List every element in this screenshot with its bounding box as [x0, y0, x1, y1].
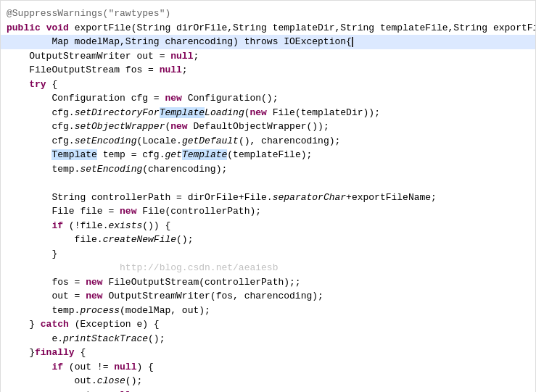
token-plain: (), charencoding); — [239, 135, 340, 146]
code-line: temp.process(modelMap, out); — [1, 304, 535, 318]
code-line: public void exportFile(String dirOrFile,… — [1, 21, 535, 36]
token-plain: Configuration(); — [182, 93, 279, 104]
line-content: Template temp = cfg.getTemplate(template… — [7, 148, 529, 162]
token-plain: temp. — [7, 164, 80, 175]
token-plain: (Locale. — [136, 135, 181, 146]
token-plain: file. — [7, 234, 103, 245]
token-italic: getDefault — [182, 135, 239, 146]
token-kw: public — [7, 22, 41, 33]
token-plain: out. — [7, 375, 97, 386]
line-content: @SuppressWarnings("rawtypes") — [7, 7, 529, 21]
token-kw: if — [51, 220, 63, 231]
code-line: File file = new File(controllerPath); — [1, 204, 535, 219]
token-plain: e. — [7, 333, 63, 344]
code-line: String controllerPath = dirOrFile+File.s… — [1, 191, 535, 205]
code-line: } — [1, 247, 535, 262]
token-method: process — [80, 305, 120, 316]
line-content: out.close(); — [7, 374, 529, 388]
line-content: } — [7, 247, 529, 262]
line-content: Map modelMap,String charencoding) throws… — [7, 35, 529, 49]
line-content: Configuration cfg = new Configuration(); — [7, 91, 529, 106]
code-content: @SuppressWarnings("rawtypes")public void… — [1, 7, 535, 392]
line-content: }finally { — [7, 346, 529, 360]
line-content: if (!file.exists()) { — [7, 219, 529, 233]
token-plain: { — [75, 347, 86, 358]
token-plain: (modelMap, out); — [120, 305, 210, 316]
token-method: setEncoding — [80, 164, 142, 175]
token-plain: (); — [176, 234, 193, 245]
token-plain: (); — [148, 333, 165, 344]
token-plain: Configuration cfg = — [7, 93, 165, 104]
token-plain: (Exception e) { — [69, 319, 160, 330]
token-kw: null — [114, 362, 136, 372]
code-line: cfg.setDirectoryForTemplateLoading(new F… — [1, 106, 535, 120]
token-plain: temp. — [7, 305, 80, 316]
code-line: cfg.setObjectWrapper(new DefaultObjectWr… — [1, 120, 535, 134]
token-kw: finally — [35, 347, 75, 358]
line-content: } catch (Exception e) { — [7, 317, 529, 332]
token-plain: (charencoding); — [142, 164, 227, 175]
line-content: out = new OutputStreamWriter(fos, charen… — [7, 289, 529, 304]
token-kw: null — [108, 390, 131, 393]
token-plain: exportFile(String dirOrFile,String templ… — [75, 22, 536, 33]
code-line: fos = new FileOutputStream(controllerPat… — [1, 275, 535, 290]
token-plain — [69, 22, 75, 33]
token-plain: } — [7, 249, 57, 259]
token-plain: fos = — [7, 277, 86, 288]
token-plain: (!file. — [63, 220, 108, 231]
code-line — [1, 176, 535, 191]
token-plain: } — [7, 347, 35, 358]
line-content: FileOutputStream fos = null; — [7, 63, 529, 78]
token-kw: new — [170, 121, 187, 132]
line-content: temp.setEncoding(charencoding); — [7, 162, 529, 177]
line-content: File file = new File(controllerPath); — [7, 204, 529, 219]
token-method: close — [97, 375, 125, 386]
token-method: getTemplate — [165, 149, 227, 160]
token-method: createNewFile — [103, 234, 176, 245]
code-line: OutputStreamWriter out = null; — [1, 49, 535, 64]
token-kw: catch — [41, 319, 69, 330]
line-content: fos = new FileOutputStream(controllerPat… — [7, 275, 529, 290]
text-cursor — [352, 37, 353, 47]
token-plain: FileOutputStream fos = — [7, 64, 160, 75]
token-kw: new — [86, 291, 102, 301]
token-plain: Map modelMap,String charencoding) throws… — [7, 36, 352, 47]
code-line: try { — [1, 78, 535, 92]
token-kw: new — [86, 277, 102, 288]
highlight-template: Template — [51, 149, 96, 160]
token-method: printStackTrace — [63, 333, 148, 344]
token-plain: Writer out = — [97, 51, 170, 62]
code-line: Map modelMap,String charencoding) throws… — [1, 35, 535, 49]
line-content: file.createNewFile(); — [7, 233, 529, 247]
token-watermark: http://blog.csdn.net/aeaiesb — [7, 262, 278, 273]
token-plain — [7, 220, 51, 231]
token-plain: ) { — [136, 362, 153, 372]
token-plain: ; — [193, 51, 199, 62]
token-kw: if — [51, 362, 63, 372]
token-kw: try — [29, 79, 46, 90]
code-line: } catch (Exception e) { — [1, 317, 535, 332]
token-plain: FileOutputStream(controllerPath);; — [103, 277, 301, 288]
token-method: exists — [108, 220, 142, 231]
token-plain: ( — [244, 107, 250, 118]
token-plain: out = — [7, 291, 86, 301]
token-plain: ; — [131, 390, 137, 393]
token-annotation: @SuppressWarnings("rawtypes") — [7, 8, 170, 19]
token-plain: Template temp = cfg. — [7, 149, 165, 160]
line-content: cfg.setDirectoryForTemplateLoading(new F… — [7, 106, 529, 120]
code-line: http://blog.csdn.net/aeaiesb — [1, 261, 535, 275]
code-line: cfg.setEncoding(Locale.getDefault(), cha… — [1, 134, 535, 149]
token-kw: new — [250, 107, 267, 118]
token-kw: void — [46, 22, 69, 33]
line-content: public void exportFile(String dirOrFile,… — [7, 21, 536, 36]
token-plain: +exportFileName; — [346, 192, 437, 203]
line-content: temp.process(modelMap, out); — [7, 304, 529, 318]
token-method: setDirectoryForTemplateLoading — [75, 107, 244, 118]
token-plain: cfg. — [7, 107, 75, 118]
token-plain: ()) { — [142, 220, 170, 231]
token-plain: File file = — [7, 206, 120, 217]
token-plain: File(controllerPath); — [136, 206, 261, 217]
line-content: OutputStreamWriter out = null; — [7, 49, 529, 64]
token-plain: cfg. — [7, 121, 75, 132]
code-line: e.printStackTrace(); — [1, 332, 535, 346]
